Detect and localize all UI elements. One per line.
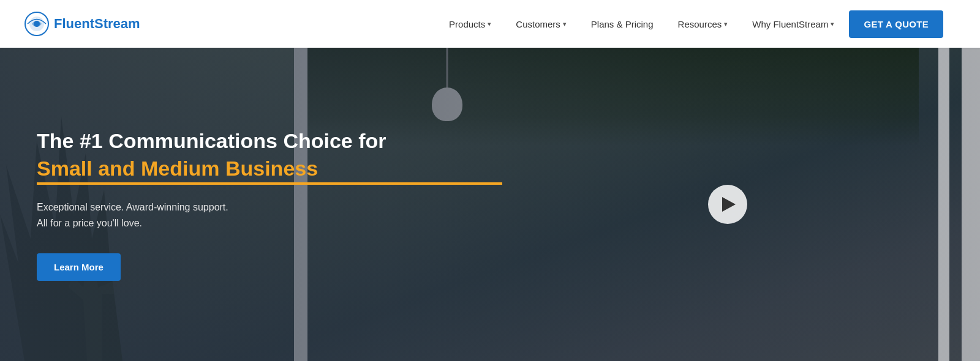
hero-title-line2: Small and Medium Business: [37, 155, 502, 185]
logo-icon: [24, 12, 49, 36]
hero-subtitle-line2: All for a price you'll love.: [37, 218, 142, 228]
resources-chevron-icon: ▾: [724, 20, 728, 28]
svg-point-2: [34, 21, 40, 27]
nav-item-plans-pricing[interactable]: Plans & Pricing: [581, 14, 663, 34]
nav-item-products[interactable]: Products ▾: [439, 14, 501, 34]
products-chevron-icon: ▾: [488, 20, 491, 28]
hero-title-line1: The #1 Communications Choice for: [37, 128, 502, 154]
nav-item-resources[interactable]: Resources ▾: [668, 14, 738, 34]
hero-subtitle: Exceptional service. Award-winning suppo…: [37, 199, 502, 231]
navbar: FluentStream Products ▾ Customers ▾ Plan…: [0, 0, 980, 48]
logo-text: FluentStream: [54, 16, 140, 32]
nav-customers-label: Customers: [516, 19, 560, 29]
nav-item-why-fluentstream[interactable]: Why FluentStream ▾: [742, 14, 844, 34]
nav-item-customers[interactable]: Customers ▾: [506, 14, 576, 34]
hero-section: The #1 Communications Choice for Small a…: [0, 48, 980, 361]
hero-subtitle-line1: Exceptional service. Award-winning suppo…: [37, 202, 228, 212]
get-quote-button[interactable]: GET A QUOTE: [849, 10, 943, 38]
why-chevron-icon: ▾: [831, 20, 834, 28]
logo[interactable]: FluentStream: [24, 12, 140, 36]
nav-why-label: Why FluentStream: [752, 19, 828, 29]
learn-more-button[interactable]: Learn More: [37, 253, 121, 281]
customers-chevron-icon: ▾: [563, 20, 567, 28]
nav-products-label: Products: [449, 19, 485, 29]
play-icon: [722, 197, 736, 212]
play-button[interactable]: [708, 185, 747, 224]
nav-resources-label: Resources: [678, 19, 722, 29]
nav-links: Products ▾ Customers ▾ Plans & Pricing R…: [439, 10, 943, 38]
nav-plans-label: Plans & Pricing: [591, 19, 654, 29]
hero-content: The #1 Communications Choice for Small a…: [0, 48, 539, 361]
